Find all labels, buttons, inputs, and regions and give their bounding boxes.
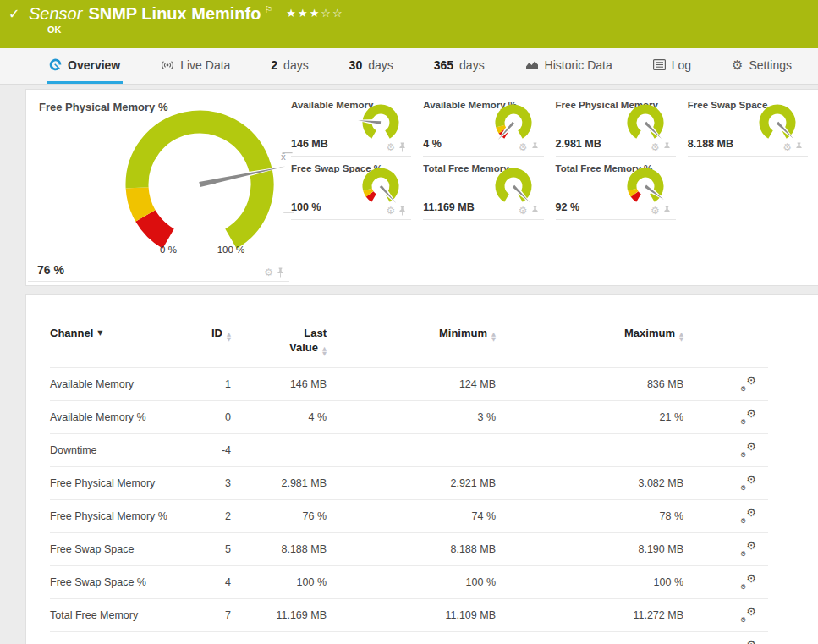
tile-actions: ⚙: [651, 206, 671, 216]
tab-label: Overview: [68, 58, 120, 72]
channel-name: Free Physical Memory: [50, 467, 177, 500]
tab-settings[interactable]: ⚙Settings: [729, 48, 794, 84]
chart-icon: [525, 59, 539, 70]
gear-icon[interactable]: ⚙: [651, 206, 660, 216]
channel-minimum: 74 %: [327, 500, 496, 533]
gear-icon[interactable]: ⚙: [386, 142, 395, 152]
channel-minimum: [327, 434, 496, 467]
column-header-last-value[interactable]: LastValue▲▼: [231, 326, 327, 368]
sort-icon: ▲▼: [491, 333, 496, 342]
column-header-channel[interactable]: Channel▼: [50, 326, 177, 368]
sensor-header: ✓ SensorSNMP Linux Meminfo⚐★★★☆☆ OK: [0, 0, 818, 48]
channel-settings-icon[interactable]: ⚙⚙: [740, 607, 756, 621]
channel-settings-icon[interactable]: ⚙⚙: [740, 541, 756, 555]
small-gauges-grid: Available Memory146 MB⚙Available Memory …: [289, 90, 818, 285]
tab-label: days: [283, 58, 309, 72]
channel-last-value: 92 %: [231, 632, 327, 644]
tile-actions: ⚙: [519, 206, 539, 216]
priority-stars[interactable]: ★★★☆☆: [286, 7, 343, 19]
pin-icon[interactable]: [531, 142, 539, 152]
gear-icon[interactable]: ⚙: [519, 206, 528, 216]
tab-number: 30: [349, 58, 363, 72]
tab-365-days[interactable]: 365days: [431, 48, 487, 84]
pin-icon[interactable]: [531, 206, 539, 216]
channel-settings-icon[interactable]: ⚙⚙: [740, 475, 756, 489]
channel-settings-icon[interactable]: ⚙⚙: [740, 640, 756, 644]
gear-icon[interactable]: ⚙: [264, 267, 273, 278]
star-filled-icon[interactable]: ★: [286, 7, 298, 19]
channels-table-panel: Channel▼ID▲▼LastValue▲▼Minimum▲▼Maximum▲…: [25, 294, 818, 644]
star-empty-icon[interactable]: ☆: [321, 7, 332, 19]
gear-icon[interactable]: ⚙: [386, 206, 395, 216]
channel-name: Free Swap Space: [50, 533, 177, 566]
tab-2-days[interactable]: 2days: [268, 48, 310, 84]
tab-number: 2: [271, 58, 277, 72]
pin-icon[interactable]: [277, 267, 284, 278]
channel-minimum: 92 %: [327, 632, 496, 644]
channel-settings-icon[interactable]: ⚙⚙: [740, 574, 756, 588]
column-actions: [683, 326, 768, 368]
channel-maximum: 11.272 MB: [496, 599, 683, 632]
tab-label: Settings: [749, 58, 792, 72]
tab-label: days: [368, 58, 393, 72]
channel-name: Available Memory %: [50, 401, 177, 434]
pin-icon[interactable]: [795, 142, 803, 152]
channel-settings-icon[interactable]: ⚙⚙: [740, 376, 756, 390]
gauge-icon: [49, 58, 62, 71]
channel-settings-icon[interactable]: ⚙⚙: [740, 508, 756, 522]
sensor-tabbar: OverviewLive Data2days30days365daysHisto…: [0, 48, 818, 85]
tab-30-days[interactable]: 30days: [347, 48, 396, 84]
channel-settings-icon[interactable]: ⚙⚙: [740, 442, 756, 456]
tab-live-data[interactable]: Live Data: [158, 48, 233, 84]
sort-icon: ▲▼: [679, 333, 683, 342]
gear-icon[interactable]: ⚙: [519, 142, 528, 152]
channel-last-value: 146 MB: [231, 368, 327, 401]
star-filled-icon[interactable]: ★: [310, 7, 321, 19]
column-header-minimum[interactable]: Minimum▲▼: [327, 326, 496, 368]
flag-icon[interactable]: ⚐: [264, 4, 272, 15]
tab-historic-data[interactable]: Historic Data: [523, 48, 615, 84]
gear-icon[interactable]: ⚙: [651, 142, 660, 152]
channel-settings-icon[interactable]: ⚙⚙: [740, 409, 756, 423]
pin-icon[interactable]: [663, 142, 671, 152]
gauge-tile-free-swap-space: Free Swap Space8.188 MB⚙: [688, 93, 808, 157]
tab-log[interactable]: Log: [651, 48, 694, 84]
primary-gauge-value: 76 %: [37, 263, 64, 277]
channel-last-value: [231, 434, 327, 467]
tile-actions: ⚙: [386, 206, 406, 216]
channel-row-available-memory: Available Memory1146 MB124 MB836 MB⚙⚙: [50, 368, 768, 401]
channel-row-free-physical-memory: Free Physical Memory %276 %74 %78 %⚙⚙: [50, 500, 768, 533]
channel-row-downtime: Downtime-4⚙⚙: [50, 434, 768, 467]
tab-overview[interactable]: Overview: [47, 48, 123, 84]
channel-minimum: 100 %: [327, 566, 496, 599]
channel-id: 5: [177, 533, 231, 566]
sensor-title: SNMP Linux Meminfo: [88, 4, 261, 23]
log-icon: [653, 59, 666, 70]
channels-table: Channel▼ID▲▼LastValue▲▼Minimum▲▼Maximum▲…: [50, 326, 768, 644]
star-filled-icon[interactable]: ★: [298, 7, 310, 19]
gauge-value: 146 MB: [291, 138, 328, 150]
column-header-maximum[interactable]: Maximum▲▼: [496, 326, 683, 368]
channel-name: Available Memory: [50, 368, 177, 401]
tile-actions: ⚙: [651, 142, 671, 152]
channel-id: 0: [177, 401, 231, 434]
gauge-value: 11.169 MB: [423, 201, 474, 213]
tile-actions: ⚙: [264, 267, 284, 278]
tab-label: Historic Data: [545, 58, 612, 72]
gear-icon[interactable]: ⚙: [782, 142, 792, 152]
channel-row-available-memory: Available Memory %04 %3 %21 %⚙⚙: [50, 401, 768, 434]
channel-row-free-physical-memory: Free Physical Memory32.981 MB2.921 MB3.0…: [50, 467, 768, 500]
sort-icon: ▲▼: [322, 347, 327, 356]
page-content: Free Physical Memory % 0 %100 %x̄ 76 % ⚙…: [0, 85, 818, 644]
pin-icon[interactable]: [663, 206, 671, 216]
column-header-id[interactable]: ID▲▼: [177, 326, 231, 368]
star-empty-icon[interactable]: ☆: [332, 7, 344, 19]
status-badge: OK: [0, 25, 818, 35]
channel-minimum: 124 MB: [327, 368, 496, 401]
gauge-value: 92 %: [556, 201, 580, 213]
pin-icon[interactable]: [398, 142, 406, 152]
gauge-tile-total-free-memory: Total Free Memory %92 %⚙: [556, 157, 676, 220]
tab-number: 365: [434, 58, 453, 72]
sort-icon: ▲▼: [227, 333, 231, 342]
pin-icon[interactable]: [398, 206, 406, 216]
